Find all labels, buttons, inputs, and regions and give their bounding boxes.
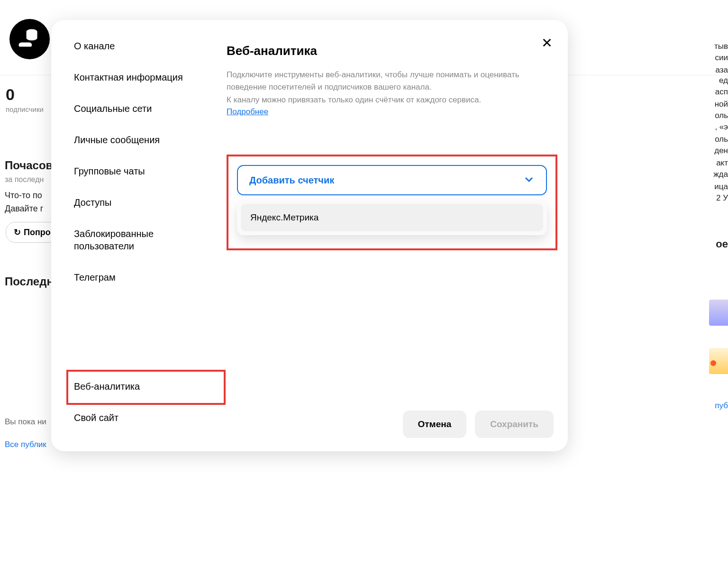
hourly-subtitle: за последн [5,175,44,184]
sidebar-item-about[interactable]: О канале [74,40,227,52]
right-text-fragment: , «э [715,122,728,132]
select-label: Добавить счетчик [249,175,334,186]
sidebar-item-contact[interactable]: Контактная информация [74,71,227,83]
right-text-bold: ое [716,238,728,250]
right-text-fragment: 2 У [716,193,728,203]
right-text-fragment: ной [715,100,728,109]
counter-dropdown: Яндекс.Метрика [237,200,547,235]
right-text-fragment: акт [716,158,728,168]
sidebar-item-messages[interactable]: Личные сообщения [74,134,227,146]
more-link[interactable]: Подробнее [227,107,268,116]
right-text-fragment: оль [715,111,728,120]
retry-label: Попро [24,228,51,238]
refresh-icon: ↻ [14,227,21,238]
sidebar-item-telegram[interactable]: Телеграм [74,271,227,283]
sidebar-item-web-analytics[interactable]: Веб-аналитика [74,380,154,393]
right-publications-link[interactable]: пуб [715,401,728,411]
channel-avatar[interactable] [9,19,50,59]
modal-main: Веб-аналитика Подключите инструменты веб… [227,20,568,451]
modal-footer: Отмена Сохранить [403,411,554,438]
no-publications-text: Вы пока ни [5,417,46,427]
sidebar-item-blocked[interactable]: Заблокированные пользователи [74,228,227,252]
right-text-fragment: оль [715,135,728,144]
counter-highlight-box: Добавить счетчик Яндекс.Метрика [227,155,557,250]
sidebar-item-own-site[interactable]: Свой сайт [74,411,133,424]
right-text-fragment: тыв [714,42,728,51]
empty-text-2: Давайте г [5,204,43,214]
right-text-fragment: ед [719,76,728,85]
right-text-fragment: асп [715,87,728,97]
dropdown-item-yandex-metrika[interactable]: Яндекс.Метрика [241,204,543,231]
right-text-fragment: ден [714,146,728,155]
sidebar-item-social[interactable]: Социальные сети [74,102,227,115]
add-counter-select[interactable]: Добавить счетчик [237,165,547,195]
all-publications-link[interactable]: Все публик [5,440,46,449]
sidebar-item-groupchats[interactable]: Групповые чаты [74,165,227,177]
right-text-fragment: ица [714,182,728,192]
main-description-1: Подключите инструменты веб-аналитики, чт… [227,69,538,93]
right-text-fragment: сии [715,53,728,63]
sidebar-item-access[interactable]: Доступы [74,196,227,209]
subscribers-count: 0 [6,85,15,104]
thumbnail-1[interactable] [709,300,728,326]
coins-hand-icon [17,26,43,52]
thumbnail-2[interactable] [709,348,728,374]
empty-text-1: Что-то по [5,191,42,201]
main-description-2: К каналу можно привязать только один счё… [227,94,538,106]
cancel-button[interactable]: Отмена [403,411,467,438]
right-text-fragment: аза [715,65,728,75]
chevron-down-icon [523,174,535,187]
right-text-fragment: жда [713,170,728,179]
main-title: Веб-аналитика [227,44,538,58]
save-button[interactable]: Сохранить [475,411,554,438]
subscribers-label: подписчики [6,105,44,113]
